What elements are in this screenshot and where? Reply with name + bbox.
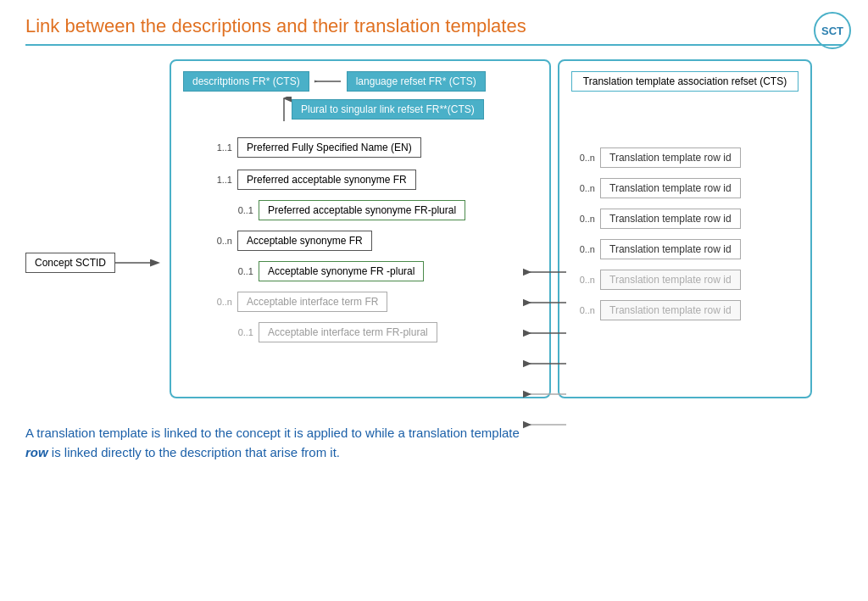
top-row-1: descritptions FR* (CTS) language refset … bbox=[183, 71, 537, 92]
plural-link-row: Plural to singular link refset FR**(CTS) bbox=[276, 97, 537, 122]
row-acc-syn-fr: 0..n Acceptable synonyme FR bbox=[209, 225, 537, 256]
page-title: Link between the descriptions and their … bbox=[25, 15, 843, 37]
mult-acc-syn: 0..n bbox=[209, 236, 232, 246]
left-panel: descritptions FR* (CTS) language refset … bbox=[170, 59, 551, 398]
mult-fsn: 1..1 bbox=[209, 142, 232, 153]
concept-sctid-group: Concept SCTID bbox=[25, 253, 163, 273]
int-term-fr-plural-box: Acceptable interface term FR-plural bbox=[259, 322, 437, 342]
mult-int-term: 0..n bbox=[209, 297, 232, 307]
right-mult-3: 0..n bbox=[571, 214, 595, 224]
page: SCT Link between the descriptions and th… bbox=[0, 0, 868, 601]
right-row-1-box: Translation template row id bbox=[600, 147, 741, 168]
right-row-5-box: Translation template row id bbox=[600, 270, 741, 290]
footer-text-after: is linked directly to the description th… bbox=[52, 445, 340, 459]
right-row-1: 0..n Translation template row id bbox=[571, 142, 798, 173]
footer-text: A translation template is linked to the … bbox=[25, 424, 843, 462]
diagram-wrapper: Concept SCTID descritptions FR* (CTS) bbox=[25, 59, 843, 415]
acc-syn-fr-plural-box: Acceptable synonyme FR -plural bbox=[259, 261, 424, 281]
mult-int-term-plural: 0..1 bbox=[230, 327, 253, 337]
right-row-3: 0..n Translation template row id bbox=[571, 203, 798, 234]
right-row-2: 0..n Translation template row id bbox=[571, 173, 798, 203]
right-row-4-box: Translation template row id bbox=[600, 239, 741, 259]
row-acc-syn-fr-plural: 0..1 Acceptable synonyme FR -plural bbox=[230, 256, 537, 287]
right-row-2-box: Translation template row id bbox=[600, 178, 741, 198]
row-int-term-fr: 0..n Acceptable interface term FR bbox=[209, 287, 537, 317]
plural-link-box: Plural to singular link refset FR**(CTS) bbox=[292, 99, 484, 120]
language-refset-box: language refset FR* (CTS) bbox=[347, 71, 486, 92]
descriptions-box: descritptions FR* (CTS) bbox=[183, 71, 309, 92]
mult-pref-syn-plural: 0..1 bbox=[230, 205, 253, 215]
left-panel-wrapper: descritptions FR* (CTS) language refset … bbox=[170, 59, 551, 415]
right-panel-wrapper: Translation template association refset … bbox=[558, 59, 812, 398]
row-preferred-fsn: 1..1 Preferred Fully Specified Name (EN) bbox=[209, 137, 537, 158]
right-row-3-box: Translation template row id bbox=[600, 209, 741, 229]
footer-text-before: A translation template is linked to the … bbox=[25, 426, 520, 440]
mult-pref-syn: 1..1 bbox=[209, 175, 232, 185]
right-row-6-box: Translation template row id bbox=[600, 300, 741, 320]
right-row-5: 0..n Translation template row id bbox=[571, 264, 798, 295]
int-term-fr-box: Acceptable interface term FR bbox=[237, 292, 387, 312]
right-mult-4: 0..n bbox=[571, 244, 595, 254]
sct-logo: SCT bbox=[814, 12, 851, 49]
title-divider bbox=[25, 44, 843, 46]
right-panel-title: Translation template association refset … bbox=[571, 71, 798, 92]
concept-sctid-box: Concept SCTID bbox=[25, 253, 115, 273]
row-int-term-fr-plural: 0..1 Acceptable interface term FR-plural bbox=[230, 317, 537, 348]
fsn-box: Preferred Fully Specified Name (EN) bbox=[237, 137, 421, 158]
right-row-4: 0..n Translation template row id bbox=[571, 234, 798, 264]
acc-syn-fr-box: Acceptable synonyme FR bbox=[237, 231, 372, 251]
right-row-6: 0..n Translation template row id bbox=[571, 295, 798, 326]
footer-italic-word: row bbox=[25, 445, 48, 459]
right-panel: Translation template association refset … bbox=[558, 59, 812, 398]
concept-arrow-svg bbox=[115, 257, 163, 269]
right-mult-1: 0..n bbox=[571, 153, 595, 163]
row-pref-syn-fr-plural: 0..1 Preferred acceptable synonyme FR-pl… bbox=[230, 195, 537, 225]
rows-container: 1..1 Preferred Fully Specified Name (EN)… bbox=[183, 137, 537, 348]
mult-acc-syn-plural: 0..1 bbox=[230, 266, 253, 276]
pref-syn-fr-plural-box: Preferred acceptable synonyme FR-plural bbox=[259, 200, 465, 220]
right-mult-5: 0..n bbox=[571, 275, 595, 285]
top-arrow-1-svg bbox=[314, 75, 342, 87]
row-pref-syn-fr: 1..1 Preferred acceptable synonyme FR bbox=[209, 164, 537, 195]
pref-syn-fr-box: Preferred acceptable synonyme FR bbox=[237, 170, 416, 190]
right-mult-6: 0..n bbox=[571, 305, 595, 315]
right-panel-title-wrapper: Translation template association refset … bbox=[571, 71, 798, 92]
plural-arrow-svg bbox=[276, 97, 292, 122]
right-mult-2: 0..n bbox=[571, 183, 595, 193]
right-rows: 0..n Translation template row id 0..n Tr… bbox=[571, 142, 798, 326]
